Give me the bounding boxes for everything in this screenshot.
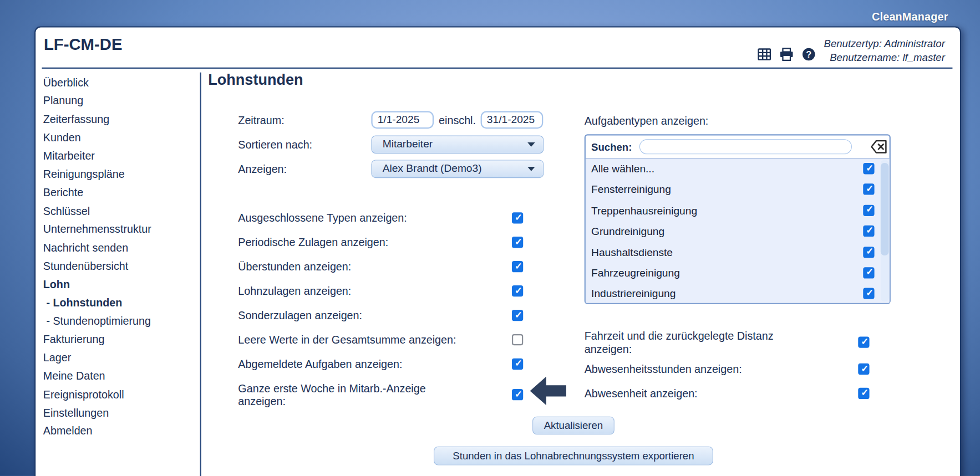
checkbox[interactable] [512, 310, 523, 321]
sidebar-item[interactable]: Berichte [43, 184, 196, 202]
checkbox[interactable] [512, 285, 523, 296]
checkbox[interactable] [512, 389, 523, 400]
checkbox[interactable] [512, 237, 523, 248]
checkbox[interactable] [863, 163, 874, 174]
clear-search-icon[interactable] [871, 140, 887, 153]
checkbox-label: Leere Werte in der Gesamtsumme anzeigen: [238, 334, 500, 346]
print-icon[interactable] [779, 48, 794, 62]
checkbox-label-line2: anzeigen: [585, 342, 847, 355]
checkbox[interactable] [863, 204, 874, 216]
checkbox[interactable] [863, 247, 874, 258]
search-label: Suchen: [591, 141, 632, 152]
task-type-label: Industriereinigung [586, 288, 676, 300]
sidebar-item[interactable]: Stundenübersicht [43, 257, 196, 275]
desktop-background: CleanManager LF-CM-DE [0, 0, 980, 476]
task-type-item[interactable]: Grundreinigung [586, 221, 890, 242]
sidebar-item[interactable]: Einstellungen [43, 404, 196, 422]
checkbox[interactable] [863, 184, 874, 195]
sidebar-item[interactable]: - Lohnstunden [43, 294, 196, 312]
task-type-item[interactable]: Alle wählen... [586, 158, 890, 180]
sidebar-item[interactable]: Mitarbeiter [43, 147, 196, 165]
help-icon[interactable]: ? [802, 48, 816, 62]
chevron-down-icon [527, 142, 535, 147]
sidebar-item[interactable]: - Stundenoptimierung [43, 313, 196, 331]
sidebar-item[interactable]: Planung [43, 92, 196, 110]
task-type-label: Haushaltsdienste [586, 247, 673, 258]
sidebar-item[interactable]: Kunden [43, 129, 196, 147]
search-input[interactable] [639, 139, 852, 154]
checkbox-row: Ganze erste Woche in Mitarb.-Anzeige anz… [238, 382, 527, 416]
sidebar-item[interactable]: Lohn [43, 275, 196, 294]
checkbox-row: Überstunden anzeigen: [238, 260, 527, 285]
app-window: LF-CM-DE [34, 26, 961, 476]
sidebar-item[interactable]: Fakturierung [43, 331, 196, 349]
checkbox-row: Periodische Zulagen anzeigen: [238, 236, 527, 260]
task-type-item[interactable]: Haushaltsdienste [586, 242, 890, 263]
sidebar-item[interactable]: Reinigungspläne [43, 166, 196, 184]
sort-label: Sortieren nach: [238, 139, 312, 152]
checkbox-row: Fahrzeit und die zurückgelegte Distanz a… [585, 330, 879, 363]
task-type-label: Fahrzeugreinigung [586, 267, 680, 279]
show-dropdown-value: Alex Brandt (Demo3) [372, 161, 544, 177]
checkbox-label: Ausgeschlossene Typen anzeigen: [238, 212, 500, 224]
chevron-down-icon [527, 167, 535, 171]
sort-dropdown-value: Mitarbeiter [372, 136, 544, 152]
task-types-panel: Suchen: Alle wählen... [585, 134, 891, 304]
checkbox[interactable] [512, 261, 523, 272]
task-type-label: Treppenhausreinigung [586, 204, 697, 216]
checkbox-label: Ganze erste Woche in Mitarb.-Anzeige [238, 382, 500, 395]
sidebar-nav: Überblick Planung Zeiterfassung Kunden M… [43, 74, 196, 441]
checkbox[interactable] [863, 226, 874, 237]
checkbox-row: Abgemeldete Aufgaben anzeigen: [238, 358, 527, 382]
sidebar-item[interactable]: Ereignisprotokoll [43, 386, 196, 404]
sidebar-item[interactable]: Abmelden [43, 422, 196, 441]
checkbox[interactable] [858, 336, 869, 347]
show-label: Anzeigen: [238, 163, 287, 176]
brand-logo: CleanManager [872, 11, 948, 24]
checkbox[interactable] [512, 334, 523, 345]
checkbox[interactable] [863, 267, 874, 278]
sidebar-item[interactable]: Zeiterfassung [43, 110, 196, 129]
checkbox[interactable] [512, 359, 523, 370]
checkbox-label: Sonderzulagen anzeigen: [238, 309, 500, 322]
task-type-label: Fensterreinigung [586, 184, 671, 196]
export-button[interactable]: Stunden in das Lohnabrechnungssystem exp… [434, 447, 713, 465]
app-title: LF-CM-DE [44, 35, 123, 54]
update-button[interactable]: Aktualisieren [532, 417, 615, 435]
checkbox[interactable] [858, 364, 869, 375]
sidebar-item[interactable]: Lager [43, 349, 196, 367]
task-type-label: Grundreinigung [586, 226, 664, 237]
user-name: Benutzername: lf_master [824, 50, 945, 65]
task-types-title: Aufgabentypen anzeigen: [585, 115, 709, 128]
sidebar-item[interactable]: Unternehmensstruktur [43, 221, 196, 239]
checkbox-row: Leere Werte in der Gesamtsumme anzeigen: [238, 334, 527, 358]
sidebar-item[interactable]: Überblick [43, 74, 196, 92]
show-dropdown[interactable]: Alex Brandt (Demo3) [371, 160, 544, 178]
sort-dropdown[interactable]: Mitarbeiter [371, 136, 544, 154]
sidebar-item[interactable]: Nachricht senden [43, 239, 196, 257]
checkbox[interactable] [863, 288, 874, 299]
checkbox[interactable] [858, 388, 869, 399]
checkbox-label: Abwesenheit anzeigen: [585, 387, 816, 400]
checkbox-row: Sonderzulagen anzeigen: [238, 309, 527, 334]
period-from-input[interactable] [371, 111, 434, 129]
period-to-input[interactable] [481, 111, 544, 129]
task-type-item[interactable]: Fensterreinigung [586, 180, 890, 201]
right-options-group: Fahrzeit und die zurückgelegte Distanz a… [585, 330, 879, 412]
task-type-item[interactable]: Treppenhausreinigung [586, 200, 890, 221]
checkbox-label: Überstunden anzeigen: [238, 260, 500, 273]
sidebar-item[interactable]: Meine Daten [43, 367, 196, 386]
checkbox-label-line2: anzeigen: [238, 395, 500, 408]
checkbox-label: Periodische Zulagen anzeigen: [238, 236, 500, 249]
task-type-item[interactable]: Industriereinigung [586, 284, 890, 303]
svg-text:?: ? [806, 49, 811, 59]
checkbox[interactable] [512, 212, 523, 223]
sidebar-divider [200, 73, 201, 476]
table-icon[interactable] [758, 48, 771, 62]
user-type: Benutzertyp: Administrator [824, 36, 945, 50]
checkbox-row: Abwesenheit anzeigen: [585, 387, 879, 412]
search-row: Suchen: [586, 136, 890, 159]
task-type-label: Alle wählen... [586, 163, 654, 175]
task-type-item[interactable]: Fahrzeugreinigung [586, 263, 890, 284]
sidebar-item[interactable]: Schlüssel [43, 202, 196, 221]
